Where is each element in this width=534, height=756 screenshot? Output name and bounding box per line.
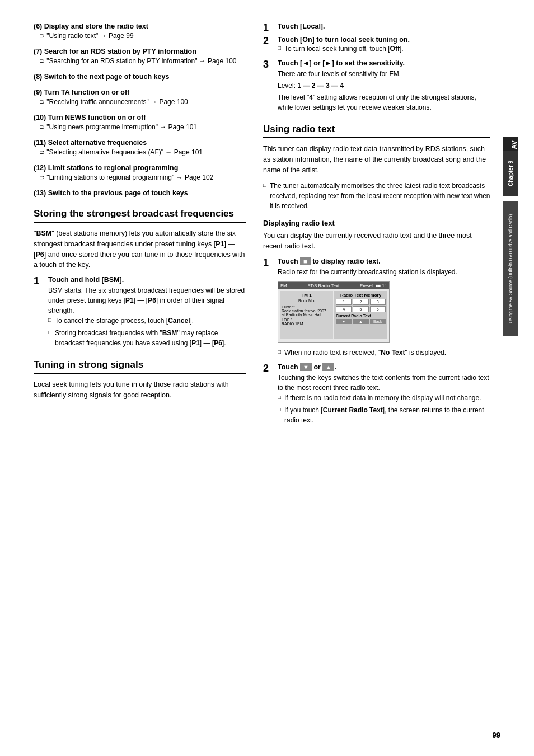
storing-step-1: 1 Touch and hold [BSM]. BSM starts. The … <box>34 276 246 348</box>
tuning-step-2-num: 2 <box>263 36 269 47</box>
fm-body: FM 1 Rock.Mix Current Rock station festi… <box>278 289 389 341</box>
section-7: (7) Search for an RDS station by PTY inf… <box>34 48 246 65</box>
section-10: (10) Turn NEWS function on or off "Using… <box>34 114 246 131</box>
section-10-ref: "Using news programme interruption" → Pa… <box>34 123 246 131</box>
step-1-bullet-1: To cancel the storage process, touch [Ca… <box>48 316 246 326</box>
tuning-step-1-num: 1 <box>263 22 269 34</box>
fm-cell-3: 3 <box>370 299 386 305</box>
tuning-step-2-content: Touch [On] to turn local seek tuning on.… <box>278 36 490 54</box>
display-step-1-bullet: When no radio text is received, "No Text… <box>278 348 490 358</box>
fm-current-label: Current <box>282 305 331 309</box>
storing-heading: Storing the strongest broadcast frequenc… <box>34 208 246 223</box>
fm-station-name: Rock.Mix <box>282 299 331 303</box>
section-7-ref: "Searching for an RDS station by PTY inf… <box>34 57 246 65</box>
tuning-step-1-content: Touch [Local]. <box>278 22 490 30</box>
display-step-2-title: Touch ▼ or ▲. <box>278 363 490 371</box>
display-step-1: 1 Touch ■ to display radio text. Radio t… <box>263 257 490 358</box>
fm-channel: FM 1 <box>282 293 331 298</box>
page-number: 99 <box>493 731 500 739</box>
fm-right-panel: Radio Text Memory 1 2 3 4 5 6 <box>334 291 387 339</box>
display-step-2-num: 2 <box>263 363 269 374</box>
bsm-bold: BSM <box>36 229 51 237</box>
fm-current-section: Current Radio Text <box>336 314 386 318</box>
fm-current-text1: Rock station festival 2007 <box>282 309 331 313</box>
section-10-title: (10) Turn NEWS function on or off <box>34 114 246 121</box>
fm-memory-row2: 4 5 6 <box>336 306 386 312</box>
fm-memory-title: Radio Text Memory <box>336 293 386 298</box>
fm-cell-2: 2 <box>353 299 368 305</box>
section-9-ref: "Receiving traffic announcements" → Page… <box>34 98 246 106</box>
section-11-ref: "Selecting alternative frequencies (AF)"… <box>34 148 246 156</box>
section-13: (13) Switch to the previous page of touc… <box>34 189 246 197</box>
down-btn-icon[interactable]: ▼ <box>300 363 312 371</box>
step-1-content: Touch and hold [BSM]. BSM starts. The si… <box>48 276 246 348</box>
fm-loc: LOC 1 <box>282 318 331 322</box>
tuning-step-1-title: Touch [Local]. <box>278 22 490 30</box>
section-8-title: (8) Switch to the next page of touch key… <box>34 73 246 81</box>
fm-radio-pm: RADIO 1PM <box>282 322 331 326</box>
using-av-label: Using the AV Source (Built-in DVD Drive … <box>503 201 518 336</box>
tuning-heading: Tuning in strong signals <box>34 359 246 374</box>
fm-current-text2: at Radiocity Music Hall <box>282 313 331 317</box>
section-7-title: (7) Search for an RDS station by PTY inf… <box>34 48 246 55</box>
tuning-step-3-content: Touch [◄] or [►] to set the sensitivity.… <box>278 59 490 112</box>
radio-text-button-icon[interactable]: ■ <box>300 257 311 265</box>
left-column: (6) Display and store the radio text "Us… <box>34 22 246 431</box>
section-6-title: (6) Display and store the radio text <box>34 22 246 30</box>
fm-label: FM <box>280 283 287 288</box>
section-11: (11) Select alternative frequencies "Sel… <box>34 139 246 156</box>
two-column-layout: (6) Display and store the radio text "Us… <box>34 22 490 431</box>
fm-cell-1: 1 <box>336 299 352 305</box>
section-8: (8) Switch to the next page of touch key… <box>34 73 246 81</box>
section-9: (9) Turn TA function on or off "Receivin… <box>34 88 246 106</box>
tuning-step-3-num: 3 <box>263 59 269 71</box>
display-step-1-content: Touch ■ to display radio text. Radio tex… <box>278 257 490 358</box>
displaying-radio-text-body: You can display the currently received r… <box>263 231 490 252</box>
display-step-2: 2 Touch ▼ or ▲. Touching the keys switch… <box>263 363 490 425</box>
tuning-body: Local seek tuning lets you tune in only … <box>34 379 246 401</box>
tuning-step-3-body1: There are four levels of sensitivity for… <box>278 69 490 79</box>
display-step-1-title: Touch ■ to display radio text. <box>278 257 490 265</box>
tuning-step-2-bullet: To turn local seek tuning off, touch [Of… <box>278 44 490 54</box>
arrow <box>100 32 109 40</box>
display-step-1-num: 1 <box>263 257 269 269</box>
fm-btn-up[interactable]: ▲ <box>353 319 368 324</box>
display-step-2-bullet-2: If you touch [Current Radio Text], the s… <box>278 405 490 425</box>
section-13-title: (13) Switch to the previous page of touc… <box>34 189 246 197</box>
section-12-title: (12) Limit stations to regional programm… <box>34 164 246 172</box>
section-12: (12) Limit stations to regional programm… <box>34 164 246 181</box>
main-content: (6) Display and store the radio text "Us… <box>0 0 518 453</box>
display-step-1-body: Radio text for the currently broadcastin… <box>278 267 490 277</box>
tuning-step-3-title: Touch [◄] or [►] to set the sensitivity. <box>278 59 490 67</box>
storing-body: "BSM" (best stations memory) lets you au… <box>34 228 246 270</box>
tuning-step-1: 1 Touch [Local]. <box>263 22 490 30</box>
display-step-2-bullet-1: If there is no radio text data in memory… <box>278 393 490 403</box>
step-1-body: BSM starts. The six strongest broadcast … <box>48 285 246 316</box>
av-tab: AV <box>503 137 518 153</box>
step-1-number: 1 <box>34 276 39 287</box>
fm-display-image: FM RDS Radio Text Preset: ■■ 1↑ FM 1 Roc… <box>278 281 390 343</box>
fm-left-panel: FM 1 Rock.Mix Current Rock station festi… <box>280 291 333 339</box>
fm-bottom-row: ▼ ▲ Back <box>336 319 386 324</box>
using-radio-text-heading: Using radio text <box>263 124 490 138</box>
tuning-step-3: 3 Touch [◄] or [►] to set the sensitivit… <box>263 59 490 112</box>
chapter-label: Chapter 9 <box>503 151 518 196</box>
section-9-title: (9) Turn TA function on or off <box>34 88 246 96</box>
section-6-ref: "Using radio text" Page 99 <box>34 32 246 40</box>
display-step-2-content: Touch ▼ or ▲. Touching the keys switches… <box>278 363 490 425</box>
tuning-step-2-title: Touch [On] to turn local seek tuning on. <box>278 36 490 44</box>
display-step-2-body: Touching the keys switches the text cont… <box>278 373 490 393</box>
step-1-bullet-2: Storing broadcast frequencies with "BSM"… <box>48 328 246 348</box>
displaying-radio-text-subheading: Displaying radio text <box>263 219 490 227</box>
fm-memory-row1: 1 2 3 <box>336 299 386 305</box>
up-btn-icon[interactable]: ▲ <box>322 363 334 371</box>
right-column: 1 Touch [Local]. 2 Touch [On] to turn lo… <box>263 22 490 431</box>
tuning-step-3-body2: Level: 1 — 2 — 3 — 4 <box>278 81 490 91</box>
tuning-step-2: 2 Touch [On] to turn local seek tuning o… <box>263 36 490 54</box>
fm-cell-4: 4 <box>336 306 352 312</box>
fm-btn-down[interactable]: ▼ <box>336 319 352 324</box>
fm-cell-5: 5 <box>353 306 368 312</box>
section-12-ref: "Limiting stations to regional programmi… <box>34 173 246 181</box>
step-1-title: Touch and hold [BSM]. <box>48 276 246 284</box>
fm-btn-back[interactable]: Back <box>370 319 386 324</box>
